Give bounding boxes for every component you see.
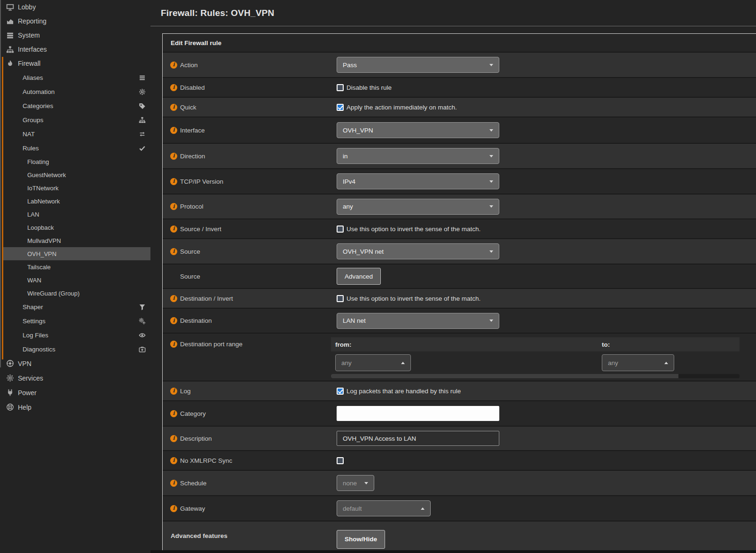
- checkbox-label: Use this option to invert the sense of t…: [346, 295, 480, 302]
- sidebar-item-power[interactable]: Power: [0, 385, 150, 400]
- info-icon: [170, 203, 177, 210]
- no-xmlrpc-sync-checkbox[interactable]: [337, 457, 344, 464]
- sidebar-item-labnetwork[interactable]: LabNetwork: [0, 195, 150, 208]
- form-row-quick: Quick Apply the action immediately on ma…: [163, 98, 756, 117]
- field-label: Source: [180, 248, 200, 255]
- source-invert-checkbox[interactable]: [337, 226, 344, 233]
- sidebar-item-system[interactable]: System: [0, 28, 150, 42]
- checkbox-label: Disable this rule: [346, 84, 392, 91]
- checkbox-label: Use this option to invert the sense of t…: [346, 226, 480, 233]
- form-row-no-xmlrpc-sync: No XMLRPC Sync: [163, 451, 756, 471]
- info-icon: [170, 226, 177, 233]
- sitemap-icon: [139, 117, 146, 124]
- sidebar-item-shaper[interactable]: Shaper: [0, 300, 150, 314]
- sidebar-item-firewall[interactable]: Firewall: [0, 56, 150, 70]
- chevron-down-icon: [489, 180, 493, 183]
- info-icon: [170, 410, 177, 417]
- chevron-up-icon: [664, 362, 668, 364]
- sidebar-item-loopback[interactable]: Loopback: [0, 221, 150, 234]
- form-row-protocol: Protocol any: [163, 195, 756, 219]
- direction-select[interactable]: in: [337, 148, 499, 164]
- gateway-select[interactable]: default: [337, 500, 431, 516]
- info-icon: [170, 127, 177, 134]
- sidebar-item-mullvadvpn[interactable]: MullvadVPN: [0, 234, 150, 247]
- action-select[interactable]: Pass: [337, 57, 499, 73]
- port-from-select[interactable]: any: [335, 354, 411, 371]
- info-icon: [170, 178, 177, 185]
- field-label: Protocol: [180, 203, 204, 210]
- show-hide-advanced-button[interactable]: Show/Hide: [337, 530, 385, 549]
- sidebar-item-diagnostics[interactable]: Diagnostics: [0, 342, 150, 356]
- sidebar-item-help[interactable]: Help: [0, 400, 150, 414]
- horizontal-scrollbar[interactable]: [331, 374, 740, 378]
- sidebar-item-reporting[interactable]: Reporting: [0, 14, 150, 28]
- protocol-select[interactable]: any: [337, 199, 499, 215]
- source-advanced-button[interactable]: Advanced: [337, 268, 381, 285]
- sidebar-item-ovh-vpn-selected[interactable]: OVH_VPN: [3, 247, 150, 260]
- field-label: No XMLRPC Sync: [180, 457, 232, 464]
- form-row-direction: Direction in: [163, 144, 756, 169]
- chevron-down-icon: [489, 319, 493, 322]
- sidebar-item-categories[interactable]: Categories: [0, 99, 150, 113]
- form-row-source-advanced: Source Advanced: [163, 265, 756, 289]
- sidebar-item-aliases[interactable]: Aliases: [0, 70, 150, 85]
- sidebar-item-rules[interactable]: Rules: [0, 141, 150, 155]
- description-input[interactable]: [337, 431, 499, 446]
- form-row-disabled: Disabled Disable this rule: [163, 78, 756, 98]
- port-range-table: from: to: any any: [331, 334, 740, 381]
- sidebar-item-guestnetwork[interactable]: GuestNetwork: [0, 168, 150, 181]
- sidebar-item-wireguard-group[interactable]: WireGuard (Group): [0, 287, 150, 300]
- disabled-checkbox[interactable]: [337, 84, 344, 91]
- form-row-destination-port-range: Destination port range from: to: any any: [163, 334, 756, 382]
- info-icon: [170, 295, 177, 302]
- sidebar-item-wan[interactable]: WAN: [0, 273, 150, 287]
- check-icon: [139, 145, 146, 152]
- field-label: Disabled: [180, 84, 205, 91]
- source-select[interactable]: OVH_VPN net: [337, 243, 499, 259]
- sidebar-item-log-files[interactable]: Log Files: [0, 328, 150, 342]
- sidebar-item-floating[interactable]: Floating: [0, 155, 150, 168]
- sidebar-item-groups[interactable]: Groups: [0, 113, 150, 127]
- info-icon: [170, 62, 177, 69]
- form-row-log: Log Log packets that are handled by this…: [163, 382, 756, 401]
- form-row-schedule: Schedule none: [163, 471, 756, 496]
- form-row-advanced-features: Advanced features Show/Hide: [163, 522, 756, 550]
- gears-icon: [139, 318, 146, 325]
- sidebar-item-iotnetwork[interactable]: IoTNetwork: [0, 181, 150, 195]
- quick-checkbox[interactable]: [337, 104, 344, 111]
- info-icon: [170, 104, 177, 111]
- form-row-tcpip-version: TCP/IP Version IPv4: [163, 169, 756, 195]
- sidebar-item-automation[interactable]: Automation: [0, 85, 150, 99]
- sidebar-item-nat[interactable]: NAT: [0, 127, 150, 141]
- gear-icon: [6, 374, 14, 382]
- field-label: Source / Invert: [180, 226, 221, 233]
- sidebar-item-tailscale[interactable]: Tailscale: [0, 260, 150, 273]
- category-input[interactable]: [337, 406, 499, 421]
- eye-icon: [139, 332, 146, 339]
- port-to-select[interactable]: any: [602, 354, 674, 371]
- form-row-source: Source OVH_VPN net: [163, 239, 756, 265]
- sidebar-item-lan[interactable]: LAN: [0, 208, 150, 221]
- schedule-select[interactable]: none: [337, 475, 374, 491]
- gear-icon: [139, 88, 146, 95]
- log-checkbox[interactable]: [337, 388, 344, 395]
- destination-invert-checkbox[interactable]: [337, 295, 344, 302]
- form-row-category: Category: [163, 401, 756, 427]
- destination-select[interactable]: LAN net: [337, 313, 499, 329]
- sidebar-item-services[interactable]: Services: [0, 371, 150, 385]
- scrollbar-thumb[interactable]: [331, 374, 678, 378]
- sidebar-item-interfaces[interactable]: Interfaces: [0, 42, 150, 56]
- medkit-icon: [139, 346, 146, 353]
- funnel-icon: [139, 304, 146, 311]
- form-row-interface: Interface OVH_VPN: [163, 117, 756, 144]
- sidebar-item-vpn[interactable]: VPN: [0, 356, 150, 371]
- info-icon: [170, 388, 177, 395]
- sidebar-item-lobby[interactable]: Lobby: [0, 0, 150, 14]
- chevron-down-icon: [489, 205, 493, 208]
- tcpip-version-select[interactable]: IPv4: [337, 173, 499, 189]
- interface-select[interactable]: OVH_VPN: [337, 122, 499, 138]
- field-label: Quick: [180, 104, 197, 111]
- sidebar-item-settings[interactable]: Settings: [0, 314, 150, 328]
- field-label: Interface: [180, 127, 205, 134]
- field-label: Advanced features: [171, 532, 228, 539]
